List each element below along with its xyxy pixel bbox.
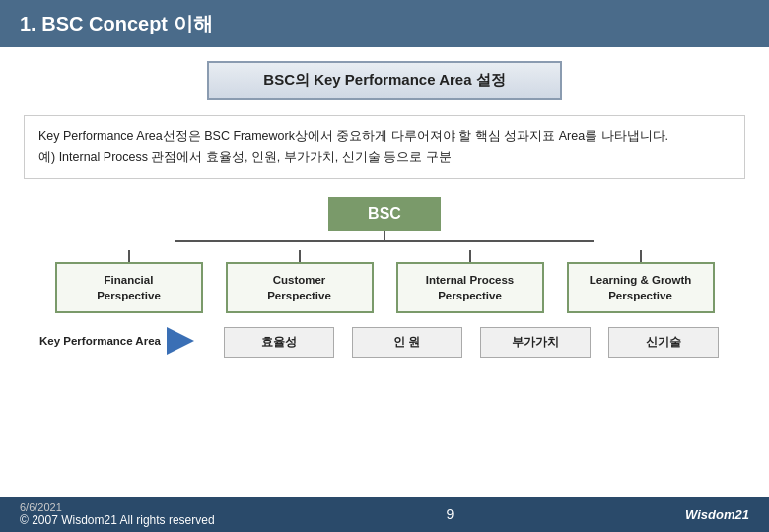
kpa-item-4: 신기술: [608, 327, 719, 358]
title-box: BSC의 Key Performance Area 설정: [207, 61, 562, 100]
branch-internal: Internal ProcessPerspective: [393, 250, 546, 313]
footer-date: 6/6/2021: [20, 501, 215, 513]
kpa-item-1: 효율성: [224, 327, 334, 358]
desc-line1: Key Performance Area선정은 BSC Framework상에서…: [38, 126, 731, 147]
desc-line2: 예) Internal Process 관점에서 효율성, 인원, 부가가치, …: [38, 147, 731, 167]
header-bar: 1. BSC Concept 이해: [0, 0, 769, 47]
footer: 6/6/2021 © 2007 Wisdom21 All rights rese…: [0, 497, 769, 532]
kpa-item-2: 인 원: [352, 327, 462, 358]
perspective-box-financial: FinancialPerspective: [55, 262, 203, 313]
footer-copyright: © 2007 Wisdom21 All rights reserved: [20, 513, 215, 527]
kpa-arrow: [167, 327, 194, 355]
branch-customer: CustomerPerspective: [223, 250, 376, 313]
bsc-top-box: BSC: [328, 197, 441, 231]
page-title: 1. BSC Concept 이해: [20, 11, 213, 37]
footer-page: 9: [446, 506, 454, 522]
kpa-label: Key Performance Area: [39, 335, 161, 347]
branch-financial: FinancialPerspective: [52, 250, 205, 313]
title-box-text: BSC의 Key Performance Area 설정: [263, 71, 505, 88]
footer-brand: Wisdom21: [685, 507, 749, 522]
kpa-item-3: 부가가치: [480, 327, 591, 358]
description-box: Key Performance Area선정은 BSC Framework상에서…: [24, 115, 745, 179]
perspective-box-internal: Internal ProcessPerspective: [396, 262, 544, 313]
perspective-box-learning: Learning & GrowthPerspective: [567, 262, 715, 313]
branch-learning: Learning & GrowthPerspective: [564, 250, 717, 313]
perspective-box-customer: CustomerPerspective: [226, 262, 374, 313]
